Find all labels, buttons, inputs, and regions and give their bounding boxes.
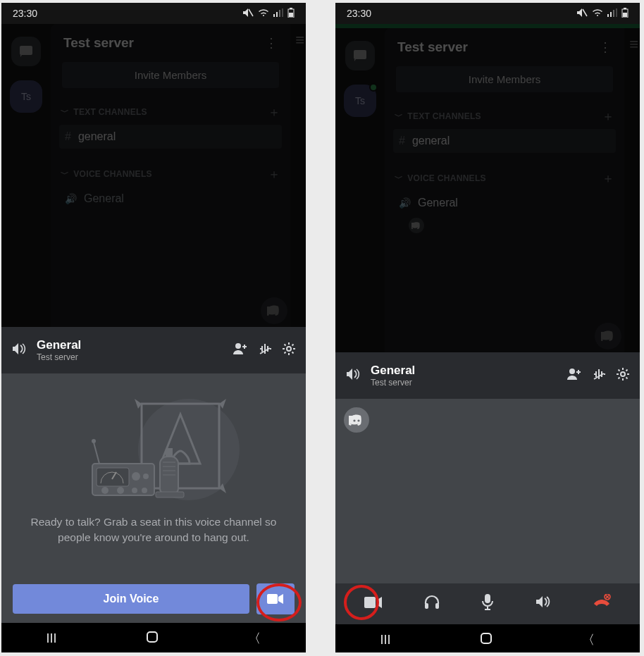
voice-panel-connected <box>335 399 640 624</box>
voice-server-name: Test server <box>37 352 223 362</box>
svg-rect-7 <box>289 13 293 17</box>
text-channel-general[interactable]: # general <box>393 129 616 153</box>
svg-rect-37 <box>607 14 609 17</box>
join-video-button[interactable] <box>256 583 295 614</box>
discord-fab-icon[interactable] <box>261 297 287 324</box>
channel-label: general <box>412 135 450 147</box>
speaker-icon: 🔊 <box>399 197 411 209</box>
recents-icon[interactable]: III <box>380 633 390 648</box>
svg-rect-51 <box>435 603 439 609</box>
mute-icon <box>242 8 254 20</box>
settings-icon[interactable] <box>282 342 296 359</box>
channel-label: General <box>418 197 458 209</box>
svg-rect-52 <box>485 594 490 603</box>
dm-button[interactable] <box>345 41 375 70</box>
hash-icon: # <box>399 135 405 147</box>
home-icon[interactable] <box>146 631 159 647</box>
svg-line-36 <box>583 9 587 16</box>
category-text-channels[interactable]: ﹀TEXT CHANNELS ＋ <box>393 105 616 128</box>
server-icon[interactable]: Ts <box>10 80 42 113</box>
invite-members-button[interactable]: Invite Members <box>62 62 279 88</box>
server-title: Test server <box>63 35 134 51</box>
svg-point-48 <box>357 419 359 421</box>
status-icons <box>242 8 295 20</box>
status-icons <box>576 8 628 20</box>
add-channel-icon[interactable]: ＋ <box>268 104 280 120</box>
server-icon[interactable]: Ts <box>344 85 376 117</box>
join-voice-button[interactable]: Join Voice <box>13 584 249 614</box>
recents-icon[interactable]: III <box>46 631 56 646</box>
svg-rect-44 <box>354 50 366 59</box>
category-label: TEXT CHANNELS <box>73 107 147 117</box>
svg-rect-33 <box>156 492 184 497</box>
noise-suppression-icon[interactable] <box>592 368 606 384</box>
system-navbar: III 〈 <box>1 623 306 652</box>
signal-icon <box>607 8 617 19</box>
voice-header: General Test server <box>1 327 306 373</box>
invite-members-button[interactable]: Invite Members <box>396 66 613 92</box>
voice-channel-name: General <box>37 338 223 352</box>
signal-icon <box>273 8 283 19</box>
dm-button[interactable] <box>11 37 41 66</box>
svg-point-21 <box>101 487 109 494</box>
category-voice-channels[interactable]: ﹀VOICE CHANNELS ＋ <box>393 167 616 190</box>
discord-fab-icon[interactable] <box>595 323 621 349</box>
category-label: VOICE CHANNELS <box>407 173 486 183</box>
svg-point-9 <box>235 343 241 349</box>
chevron-down-icon: ﹀ <box>395 111 403 123</box>
category-voice-channels[interactable]: ﹀VOICE CHANNELS ＋ <box>59 163 282 185</box>
video-toggle-button[interactable] <box>364 595 383 613</box>
svg-point-45 <box>569 369 575 374</box>
hash-icon: # <box>65 130 71 143</box>
headphones-button[interactable] <box>423 594 440 614</box>
more-icon[interactable]: ⋮ <box>265 35 278 51</box>
voice-channel-general[interactable]: 🔊 General <box>393 191 616 215</box>
svg-rect-49 <box>364 597 376 608</box>
noise-suppression-icon[interactable] <box>258 342 272 359</box>
participant-avatar[interactable] <box>344 407 369 433</box>
voice-panel-empty: Ready to talk? Grab a seat in this voice… <box>1 373 306 623</box>
speaker-icon: 🔊 <box>65 193 77 204</box>
voice-participant-avatar[interactable] <box>409 218 424 233</box>
clock: 23:30 <box>13 8 37 19</box>
back-icon[interactable]: 〈 <box>248 630 261 647</box>
empty-state-illustration <box>62 386 245 506</box>
speaker-button[interactable] <box>535 595 552 613</box>
settings-icon[interactable] <box>616 367 630 385</box>
svg-rect-39 <box>613 10 614 17</box>
add-user-icon[interactable] <box>566 368 582 384</box>
add-channel-icon[interactable]: ＋ <box>602 108 614 125</box>
svg-rect-1 <box>273 14 275 17</box>
back-icon[interactable]: 〈 <box>582 631 595 648</box>
online-indicator <box>369 83 378 92</box>
add-user-icon[interactable] <box>233 342 248 359</box>
voice-server-name: Test server <box>371 378 557 388</box>
home-icon[interactable] <box>480 632 493 648</box>
svg-point-46 <box>621 372 625 376</box>
add-voice-channel-icon[interactable]: ＋ <box>268 166 280 182</box>
svg-point-23 <box>132 488 137 493</box>
svg-point-26 <box>92 439 96 443</box>
more-icon[interactable]: ⋮ <box>599 39 612 55</box>
microphone-button[interactable] <box>481 593 494 614</box>
voice-header: General Test server <box>335 352 640 399</box>
hamburger-icon[interactable]: ≡ <box>629 35 638 54</box>
svg-rect-40 <box>616 8 617 17</box>
add-voice-channel-icon[interactable]: ＋ <box>602 170 614 187</box>
audio-output-icon[interactable] <box>11 342 27 359</box>
category-text-channels[interactable]: ﹀TEXT CHANNELS ＋ <box>59 101 282 123</box>
text-channel-general[interactable]: # general <box>59 125 282 149</box>
voice-controls <box>335 583 640 624</box>
svg-point-47 <box>353 419 355 421</box>
disconnect-button[interactable] <box>593 594 611 614</box>
audio-output-icon[interactable] <box>345 367 361 385</box>
voice-channel-general[interactable]: 🔊 General <box>59 187 282 211</box>
category-label: TEXT CHANNELS <box>407 111 481 121</box>
battery-icon <box>621 8 628 20</box>
wifi-icon <box>592 8 603 19</box>
svg-point-22 <box>117 487 124 494</box>
hamburger-icon[interactable]: ≡ <box>295 31 304 49</box>
svg-line-25 <box>94 443 99 464</box>
svg-rect-50 <box>425 603 428 609</box>
svg-rect-34 <box>267 594 278 604</box>
